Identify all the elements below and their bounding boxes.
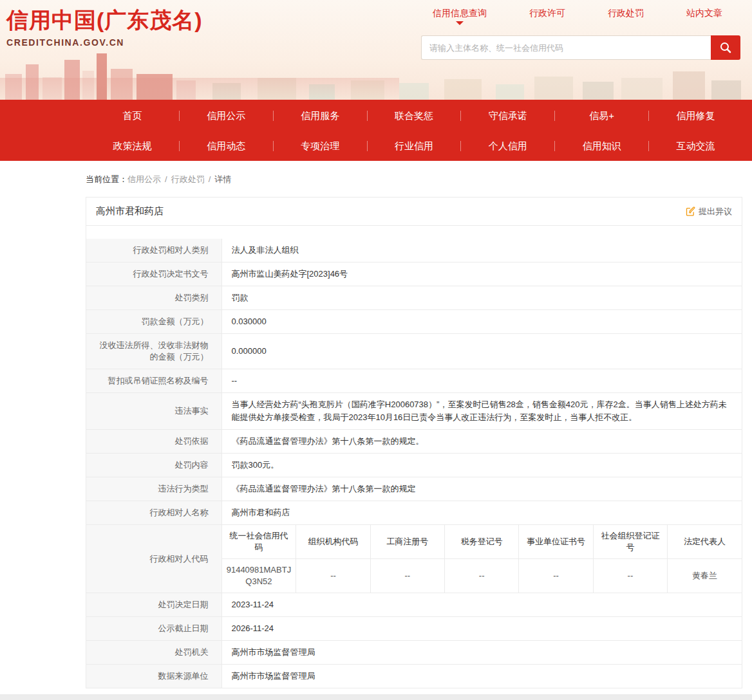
card-header: 高州市君和药店 提出异议 — [86, 198, 742, 226]
logo-title: 信用中国(广东茂名) — [6, 5, 203, 35]
table-row-codes: 行政相对人代码 统一社会信用代码 组织机构代码 工商注册号 税务登记号 事业单位… — [86, 525, 742, 593]
row-value: 罚款300元。 — [221, 454, 742, 477]
row-label: 行政处罚相对人类别 — [86, 239, 221, 262]
breadcrumb-separator: / — [165, 174, 167, 184]
top-link-administrative-penalty[interactable]: 行政处罚 — [608, 8, 644, 19]
objection-button[interactable]: 提出异议 — [686, 206, 732, 217]
top-link-credit-info-query[interactable]: 信用信息查询 — [433, 8, 487, 19]
nav-item-credit-services[interactable]: 信用服务 — [274, 100, 367, 131]
top-link-administrative-license[interactable]: 行政许可 — [529, 8, 565, 19]
search-bar — [421, 35, 740, 60]
breadcrumb: 当前位置：信用公示/行政处罚/详情 — [86, 174, 752, 185]
nav-item-policies-regulations[interactable]: 政策法规 — [86, 131, 179, 161]
nav-item-personal-credit[interactable]: 个人信用 — [461, 131, 554, 161]
nav-item-joint-reward-punishment[interactable]: 联合奖惩 — [368, 100, 461, 131]
nav-item-credit-publicity[interactable]: 信用公示 — [180, 100, 273, 131]
header-right: 信用信息查询 行政许可 行政处罚 站内文章 — [421, 8, 740, 60]
row-label: 处罚机关 — [86, 641, 221, 665]
table-row: 公示截止日期 2026-11-24 — [86, 617, 742, 641]
codes-header: 社会组织登记证号 — [593, 525, 667, 559]
row-value: 2026-11-24 — [221, 617, 742, 641]
row-label: 行政处罚决定书文号 — [86, 262, 221, 286]
search-button[interactable] — [711, 35, 740, 60]
row-value: 高州市君和药店 — [221, 501, 742, 525]
nav-item-credit-news[interactable]: 信用动态 — [180, 131, 273, 161]
breadcrumb-separator: / — [209, 174, 211, 184]
row-label: 行政相对人代码 — [86, 525, 221, 593]
codes-header-row: 统一社会信用代码 组织机构代码 工商注册号 税务登记号 事业单位证书号 社会组织… — [222, 525, 742, 559]
nav-item-credit-repair[interactable]: 信用修复 — [649, 100, 742, 131]
nav-item-interaction[interactable]: 互动交流 — [649, 131, 742, 161]
breadcrumb-link-administrative-penalty[interactable]: 行政处罚 — [171, 174, 205, 184]
codes-value: 91440981MABTJQ3N52 — [222, 559, 296, 593]
row-label: 违法行为类型 — [86, 477, 221, 501]
table-row: 行政处罚决定书文号 高州市监山美药处字[2023]46号 — [86, 262, 742, 286]
detail-table: 行政处罚相对人类别 法人及非法人组织 行政处罚决定书文号 高州市监山美药处字[2… — [86, 239, 742, 688]
codes-header: 工商注册号 — [370, 525, 444, 559]
codes-header: 组织机构代码 — [296, 525, 370, 559]
row-value: 高州市市场监督管理局 — [221, 665, 742, 688]
codes-value: -- — [445, 559, 519, 593]
codes-header: 统一社会信用代码 — [222, 525, 296, 559]
row-label: 处罚类别 — [86, 286, 221, 310]
row-label: 公示截止日期 — [86, 617, 221, 641]
codes-value: -- — [296, 559, 370, 593]
logo-subtitle: CREDITCHINA.GOV.CN — [6, 37, 203, 48]
breadcrumb-current: 详情 — [214, 174, 231, 184]
row-label: 处罚依据 — [86, 430, 221, 454]
table-row: 处罚依据 《药品流通监督管理办法》第十八条第一款的规定。 — [86, 430, 742, 454]
codes-value-row: 91440981MABTJQ3N52 -- -- -- -- -- 黄春兰 — [222, 559, 742, 593]
codes-header: 事业单位证书号 — [519, 525, 593, 559]
site-header: 信用中国(广东茂名) CREDITCHINA.GOV.CN 信用信息查询 行政许… — [0, 0, 752, 100]
main-nav: 首页 信用公示 信用服务 联合奖惩 守信承诺 信易+ 信用修复 政策法规 信用动… — [0, 100, 752, 161]
row-label: 违法事实 — [86, 393, 221, 430]
site-logo: 信用中国(广东茂名) CREDITCHINA.GOV.CN — [6, 5, 203, 48]
nav-item-trust-commitment[interactable]: 守信承诺 — [461, 100, 554, 131]
row-value: 法人及非法人组织 — [221, 239, 742, 262]
table-row: 行政相对人名称 高州市君和药店 — [86, 501, 742, 525]
nav-item-industry-credit[interactable]: 行业信用 — [368, 131, 461, 161]
table-row: 处罚机关 高州市市场监督管理局 — [86, 641, 742, 665]
table-row: 处罚决定日期 2023-11-24 — [86, 593, 742, 617]
nav-item-credit-knowledge[interactable]: 信用知识 — [555, 131, 648, 161]
row-label: 暂扣或吊销证照名称及编号 — [86, 369, 221, 393]
nav-item-home[interactable]: 首页 — [86, 100, 179, 131]
row-value: 当事人经营处方药“头孢克肟片（国药准字H20060738）”，至案发时已销售28… — [221, 393, 742, 430]
objection-icon — [686, 207, 695, 216]
row-label: 处罚内容 — [86, 454, 221, 477]
row-value: 高州市监山美药处字[2023]46号 — [221, 262, 742, 286]
codes-value: -- — [593, 559, 667, 593]
table-row: 数据来源单位 高州市市场监督管理局 — [86, 665, 742, 688]
nav-item-special-governance[interactable]: 专项治理 — [274, 131, 367, 161]
page-title: 高州市君和药店 — [96, 205, 164, 217]
row-value: 高州市市场监督管理局 — [221, 641, 742, 665]
objection-label: 提出异议 — [699, 206, 732, 217]
codes-value: -- — [370, 559, 444, 593]
breadcrumb-prefix: 当前位置： — [86, 174, 127, 184]
top-links: 信用信息查询 行政许可 行政处罚 站内文章 — [421, 8, 740, 19]
codes-cell: 统一社会信用代码 组织机构代码 工商注册号 税务登记号 事业单位证书号 社会组织… — [221, 525, 742, 593]
row-label: 处罚决定日期 — [86, 593, 221, 617]
row-value: 2023-11-24 — [221, 593, 742, 617]
footer-strip — [0, 694, 752, 700]
codes-header: 税务登记号 — [445, 525, 519, 559]
row-value: 0.000000 — [221, 334, 742, 369]
table-row: 暂扣或吊销证照名称及编号 -- — [86, 369, 742, 393]
table-row: 违法行为类型 《药品流通监督管理办法》第十八条第一款的规定 — [86, 477, 742, 501]
row-label: 行政相对人名称 — [86, 501, 221, 525]
codes-header: 法定代表人 — [668, 525, 742, 559]
codes-table: 统一社会信用代码 组织机构代码 工商注册号 税务登记号 事业单位证书号 社会组织… — [222, 525, 742, 593]
row-value: 0.030000 — [221, 310, 742, 334]
breadcrumb-link-credit-publicity[interactable]: 信用公示 — [127, 174, 161, 184]
table-row: 没收违法所得、没收非法财物的金额（万元） 0.000000 — [86, 334, 742, 369]
table-row: 行政处罚相对人类别 法人及非法人组织 — [86, 239, 742, 262]
card-body: 行政处罚相对人类别 法人及非法人组织 行政处罚决定书文号 高州市监山美药处字[2… — [86, 226, 742, 688]
nav-item-credit-plus[interactable]: 信易+ — [555, 100, 648, 131]
top-link-site-articles[interactable]: 站内文章 — [686, 8, 722, 19]
search-input[interactable] — [421, 35, 711, 60]
search-icon — [719, 41, 732, 54]
detail-card: 高州市君和药店 提出异议 行政处罚相对人类别 法人及非法人组织 行政处罚决定书文… — [86, 197, 742, 688]
codes-value: 黄春兰 — [668, 559, 742, 593]
row-label: 罚款金额（万元） — [86, 310, 221, 334]
row-label: 数据来源单位 — [86, 665, 221, 688]
